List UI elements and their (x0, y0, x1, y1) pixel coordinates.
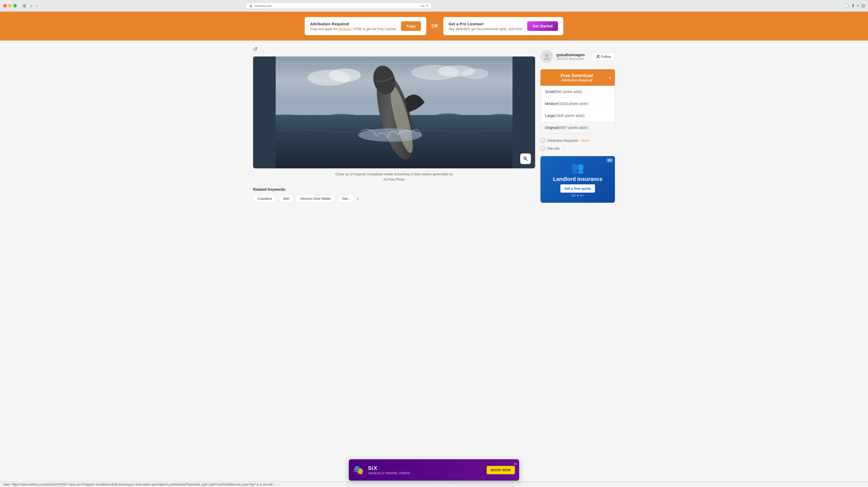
download-main-label: Free Download (545, 73, 609, 78)
main-layout: ↺ (248, 40, 620, 208)
ad-badge: Ad (607, 158, 613, 162)
zoom-button[interactable] (520, 153, 531, 164)
download-sub-label: Attribution Required (545, 78, 609, 82)
bottom-ad-venue: VAUDEVILLE THEATRE, LONDON (368, 472, 483, 475)
keyword-tag-horizon[interactable]: Horizon Over Water (296, 195, 335, 202)
attribution-description: Copy and apply the attribution HTML to g… (310, 27, 397, 31)
maximize-traffic-light[interactable] (13, 4, 17, 7)
pro-text: Get a Pro License! Skip attribution, get… (448, 22, 523, 31)
browser-right-controls: 🕐 ⬆ + ⊟ (844, 3, 865, 8)
svg-point-20 (597, 55, 599, 57)
or-divider: OR (432, 24, 438, 29)
ad-people-image: 👥 (546, 162, 610, 174)
attribution-info-icon: i (540, 138, 545, 143)
creator-section: gstudioimagen 120,941 Resources Follow (540, 46, 615, 67)
copy-button[interactable]: Copy (401, 21, 421, 31)
ad-logo: SB ★ B+ (546, 194, 610, 197)
image-caption: Close up of majestic humpback whale brea… (253, 172, 535, 182)
pro-license-box: Get a Pro License! Skip attribution, get… (443, 17, 563, 35)
bottom-ad-figures: 🎭 (353, 465, 364, 475)
attribution-how-link[interactable]: How? (581, 139, 590, 143)
download-section: Free Download Attribution Required › Sma… (540, 69, 615, 134)
browser-nav-controls: ⊞ ‹ › (22, 3, 39, 9)
svg-point-12 (376, 97, 377, 98)
creator-resources: 120,941 Resources (556, 57, 589, 61)
file-info-row[interactable]: i File Info ⌄ (540, 146, 615, 151)
free-download-button[interactable]: Free Download Attribution Required › (540, 69, 615, 86)
back-navigation-button[interactable]: ↺ (253, 46, 257, 52)
svg-point-14 (375, 103, 376, 104)
advertisement-section: 👥 Landlord insurance Get a free quote SB… (540, 156, 615, 203)
page-content: Attribution Required Copy and apply the … (0, 12, 868, 487)
bottom-ad-overlay: 🎭 SiX VAUDEVILLE THEATRE, LONDON BOOK NO… (349, 459, 519, 481)
attribution-info-label: Attribution Required (547, 139, 578, 143)
keyword-tags: Coastline Wet Horizon Over Water Swi... … (253, 195, 535, 202)
creator-info: gstudioimagen 120,941 Resources (556, 53, 589, 61)
bottom-ad-content: 🎭 SiX VAUDEVILLE THEATRE, LONDON BOOK NO… (349, 463, 519, 477)
attribution-text: Attribution Required Copy and apply the … (310, 22, 397, 31)
keyword-tag-swi[interactable]: Swi... (337, 195, 355, 202)
svg-line-16 (526, 159, 527, 161)
attribution-required-box: Attribution Required Copy and apply the … (305, 17, 426, 35)
download-chevron-icon: › (609, 75, 611, 81)
history-icon[interactable]: 🕐 (844, 3, 849, 8)
attribution-banner: Attribution Required Copy and apply the … (0, 12, 868, 40)
related-keywords-title: Related Keywords (253, 187, 535, 192)
security-icon: 🔒 (249, 4, 253, 7)
keyword-more-button[interactable]: › (357, 196, 359, 201)
keyword-tag-wet[interactable]: Wet (279, 195, 294, 202)
traffic-lights (3, 4, 17, 7)
minimize-traffic-light[interactable] (8, 4, 12, 7)
right-panel: gstudioimagen 120,941 Resources Follow (540, 46, 615, 203)
image-container (253, 56, 535, 168)
creator-name[interactable]: gstudioimagen (556, 53, 589, 57)
whale-image (253, 56, 535, 168)
file-info-label: File Info (547, 146, 560, 150)
file-info-chevron-icon: ⌄ (562, 147, 564, 150)
size-option-medium[interactable]: Medium(1920 pixels wide) (541, 98, 615, 110)
follow-button[interactable]: Follow (592, 52, 615, 61)
bottom-ad-book-button[interactable]: BOOK NOW (487, 466, 515, 474)
svg-point-19 (545, 54, 549, 57)
reader-mode-icon: 📖 (421, 4, 425, 7)
ad-title: Landlord insurance (546, 176, 610, 182)
address-bar[interactable]: 🔒 vecteezy.com 📖 ↻ (246, 3, 432, 9)
related-keywords-section: Related Keywords Coastline Wet Horizon O… (253, 187, 535, 202)
bottom-ad-close-button[interactable]: ✕ (514, 461, 517, 466)
size-option-original[interactable]: Original(6067 pixels wide) (541, 122, 615, 134)
browser-chrome: ⊞ ‹ › 🔒 vecteezy.com 📖 ↻ 🕐 ⬆ + ⊟ (0, 0, 868, 12)
get-started-button[interactable]: Get Started (527, 21, 558, 31)
file-info-icon: i (540, 146, 545, 151)
status-bar: Open "https://www.vecteezy.com/photo/247… (0, 481, 868, 487)
avatar-icon (543, 53, 551, 60)
zoom-icon (523, 156, 528, 162)
bottom-ad-text: SiX VAUDEVILLE THEATRE, LONDON (368, 465, 483, 475)
svg-point-5 (462, 68, 489, 79)
close-traffic-light[interactable] (3, 4, 7, 7)
pro-title: Get a Pro License! (448, 22, 523, 26)
back-button[interactable]: ‹ (29, 3, 33, 9)
attribution-link[interactable]: attribution (338, 27, 352, 31)
size-options-dropdown: Small(640 pixels wide) Medium(1920 pixel… (540, 86, 615, 134)
left-panel: ↺ (253, 46, 535, 203)
refresh-icon[interactable]: ↻ (426, 4, 428, 7)
ad-content: 👥 Landlord insurance Get a free quote SB… (540, 156, 615, 203)
svg-point-13 (371, 100, 373, 101)
share-icon[interactable]: ⬆ (851, 3, 855, 8)
size-option-large[interactable]: Large(2400 pixels wide) (541, 110, 615, 122)
forward-button[interactable]: › (35, 3, 38, 9)
url-text: vecteezy.com (254, 4, 272, 7)
keyword-tag-coastline[interactable]: Coastline (253, 195, 276, 202)
sidebar-toggle-button[interactable]: ⊞ (22, 3, 27, 9)
status-bar-text: Open "https://www.vecteezy.com/photo/247… (3, 483, 273, 486)
tabs-icon[interactable]: ⊟ (861, 3, 865, 8)
pro-description: Skip attribution, get full commercial ri… (448, 27, 523, 31)
svg-point-11 (374, 93, 375, 94)
follow-icon (596, 55, 600, 58)
ad-cta-button[interactable]: Get a free quote (560, 184, 595, 193)
download-btn-content: Free Download Attribution Required (545, 73, 609, 82)
attribution-info-row: i Attribution Required How? (540, 138, 615, 143)
attribution-title: Attribution Required (310, 22, 397, 26)
new-tab-icon[interactable]: + (857, 3, 859, 8)
size-option-small[interactable]: Small(640 pixels wide) (541, 86, 615, 98)
